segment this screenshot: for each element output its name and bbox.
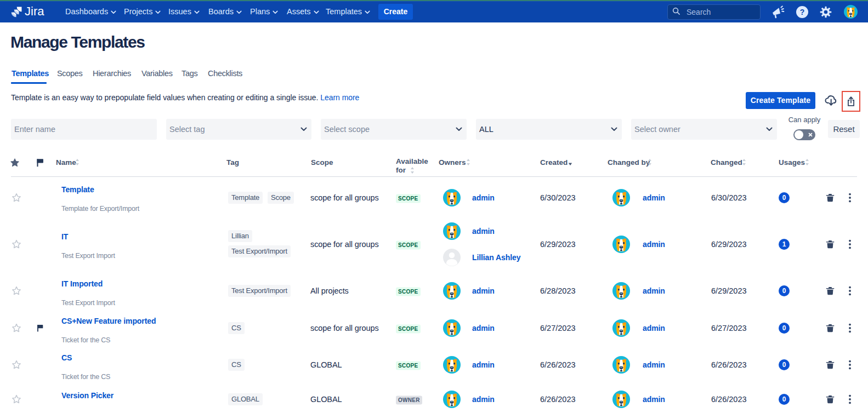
svg-text:?: ? bbox=[800, 8, 805, 16]
